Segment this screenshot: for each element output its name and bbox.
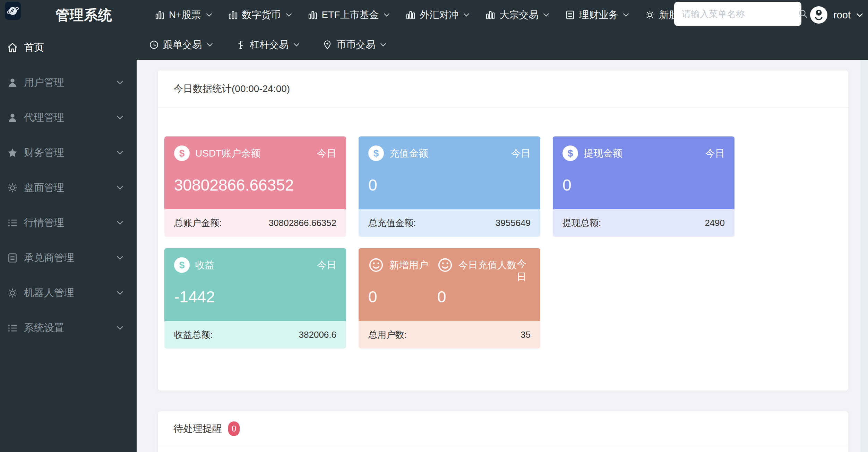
- lever-icon: [236, 40, 246, 50]
- stat-value: -1442: [174, 287, 336, 306]
- bar-chart-icon: [485, 10, 495, 20]
- sidebar-item-label: 系统设置: [24, 321, 64, 335]
- stat-label: USDT账户余额: [195, 147, 260, 160]
- stat-card-new-users: 新增用户 0 今日充值人数 0 今日: [359, 248, 540, 349]
- sidebar-item-agent-management[interactable]: 代理管理: [0, 100, 137, 135]
- user-icon: [6, 77, 19, 88]
- stat-label: 充值金额: [389, 147, 428, 160]
- chevron-down-icon: [543, 13, 549, 17]
- nav-item-label: 跟单交易: [163, 38, 202, 51]
- document-icon: [6, 253, 19, 263]
- chevron-down-icon: [117, 115, 123, 120]
- chevron-down-icon: [293, 43, 300, 47]
- sidebar-item-user-management[interactable]: 用户管理: [0, 65, 137, 100]
- chevron-down-icon: [117, 326, 123, 330]
- stats-grid: $ USDT账户余额 今日 30802866.66352 总账户金额: 3080…: [158, 108, 848, 349]
- app-title: 管理系统: [55, 0, 112, 30]
- sidebar: 管理系统 首页 用户管理 代理管理 财务管理 盘面管理 行情管理: [0, 0, 137, 452]
- sidebar-menu: 首页 用户管理 代理管理 财务管理 盘面管理 行情管理: [0, 30, 137, 345]
- nav-item-label: 币币交易: [336, 38, 375, 51]
- stat-label: 提现金额: [584, 147, 622, 160]
- chevron-down-icon: [117, 256, 123, 260]
- smiley-icon: [437, 257, 453, 273]
- stats-panel-title: 今日数据统计(00:00-24:00): [158, 70, 848, 108]
- nav-item-label: N+股票: [169, 8, 201, 22]
- stat-card-profit: $ 收益 今日 -1442 收益总额: 382006.6: [164, 248, 346, 349]
- today-tag: 今日: [511, 147, 531, 160]
- nav-item-label: 大宗交易: [499, 8, 538, 22]
- nav-item-block-trading[interactable]: 大宗交易: [485, 8, 549, 22]
- bar-chart-icon: [155, 10, 165, 20]
- avatar: [810, 6, 828, 24]
- stat-card-usdt-balance: $ USDT账户余额 今日 30802866.66352 总账户金额: 3080…: [164, 136, 346, 237]
- sidebar-item-acceptor-management[interactable]: 承兑商管理: [0, 240, 137, 275]
- chevron-down-icon: [117, 185, 123, 190]
- nav-item-label: 数字货币: [242, 8, 281, 22]
- document-icon: [565, 10, 575, 20]
- stat-card-recharge-amount: $ 充值金额 今日 0 总充值金额: 3955649: [359, 136, 540, 237]
- gear-icon: [645, 10, 655, 20]
- username: root: [833, 9, 851, 21]
- sidebar-item-label: 行情管理: [24, 216, 64, 230]
- nav-item-forex-hedging[interactable]: 外汇对冲: [406, 8, 470, 22]
- nav-item-leverage-trading[interactable]: 杠杆交易: [236, 38, 300, 51]
- sidebar-item-label: 盘面管理: [24, 181, 64, 195]
- stat-label: 今日充值人数: [458, 259, 517, 272]
- pending-count-badge: 0: [228, 421, 240, 436]
- user-menu[interactable]: root: [810, 0, 863, 30]
- gear-icon: [6, 183, 19, 193]
- chevron-down-icon: [856, 13, 863, 17]
- pending-panel-title: 待处理提醒: [173, 422, 222, 435]
- sidebar-item-home[interactable]: 首页: [0, 30, 137, 65]
- secondary-nav: 跟单交易 杠杆交易 币币交易: [137, 30, 646, 60]
- brand: 管理系统: [0, 0, 137, 30]
- chevron-down-icon: [207, 43, 213, 47]
- nav-item-wealth-management[interactable]: 理财业务: [565, 8, 629, 22]
- bar-chart-icon: [308, 10, 318, 20]
- menu-search: [674, 2, 801, 26]
- app-logo[interactable]: [5, 2, 21, 20]
- stat-card-withdrawal-amount: $ 提现金额 今日 0 提现总额: 2490: [553, 136, 734, 237]
- nav-item-etf-funds[interactable]: ETF上市基金: [308, 8, 390, 22]
- stat-footer-value: 30802866.66352: [269, 218, 336, 228]
- search-icon[interactable]: [798, 9, 808, 19]
- nav-item-n-plus-stocks[interactable]: N+股票: [155, 8, 212, 22]
- stat-footer-value: 35: [521, 329, 531, 340]
- nav-item-label: ETF上市基金: [322, 8, 379, 22]
- chevron-down-icon: [286, 13, 292, 17]
- stat-value: 0: [368, 176, 531, 194]
- sidebar-item-system-settings[interactable]: 系统设置: [0, 310, 137, 345]
- bar-chart-icon: [228, 10, 238, 20]
- sidebar-item-label: 财务管理: [24, 146, 64, 160]
- nav-item-digital-currency[interactable]: 数字货币: [228, 8, 292, 22]
- sidebar-item-label: 机器人管理: [24, 286, 74, 300]
- chevron-down-icon: [117, 80, 123, 85]
- stat-footer-label: 总账户金额:: [174, 217, 222, 229]
- stat-label: 收益: [195, 259, 215, 272]
- nav-item-label: 外汇对冲: [420, 8, 458, 22]
- today-tag: 今日: [317, 259, 336, 272]
- stat-value: 30802866.66352: [174, 176, 336, 194]
- scrollbar[interactable]: [860, 60, 868, 452]
- nav-item-copy-trading[interactable]: 跟单交易: [149, 38, 213, 51]
- list-icon: [6, 323, 19, 333]
- today-stats-panel: 今日数据统计(00:00-24:00) $ USDT账户余额 今日 308028…: [158, 70, 848, 391]
- sidebar-item-label: 承兑商管理: [24, 251, 74, 265]
- sidebar-item-robot-management[interactable]: 机器人管理: [0, 275, 137, 310]
- stat-footer-value: 382006.6: [299, 329, 336, 340]
- bar-chart-icon: [406, 10, 415, 20]
- sidebar-item-quotes-management[interactable]: 行情管理: [0, 205, 137, 240]
- sidebar-item-market-panel-management[interactable]: 盘面管理: [0, 170, 137, 205]
- stat-label: 新增用户: [389, 259, 428, 272]
- sidebar-item-finance-management[interactable]: 财务管理: [0, 135, 137, 170]
- nav-item-coin-trading[interactable]: 币币交易: [323, 38, 386, 51]
- chevron-down-icon: [117, 220, 123, 225]
- nav-item-label: 理财业务: [579, 8, 618, 22]
- today-tag: 今日: [517, 257, 531, 284]
- location-pin-icon: [323, 40, 332, 50]
- search-input[interactable]: [682, 9, 798, 19]
- sidebar-item-label: 首页: [24, 41, 44, 55]
- dollar-icon: $: [174, 257, 190, 273]
- chevron-down-icon: [117, 291, 123, 295]
- pending-reminders-panel: 待处理提醒 0: [158, 411, 848, 452]
